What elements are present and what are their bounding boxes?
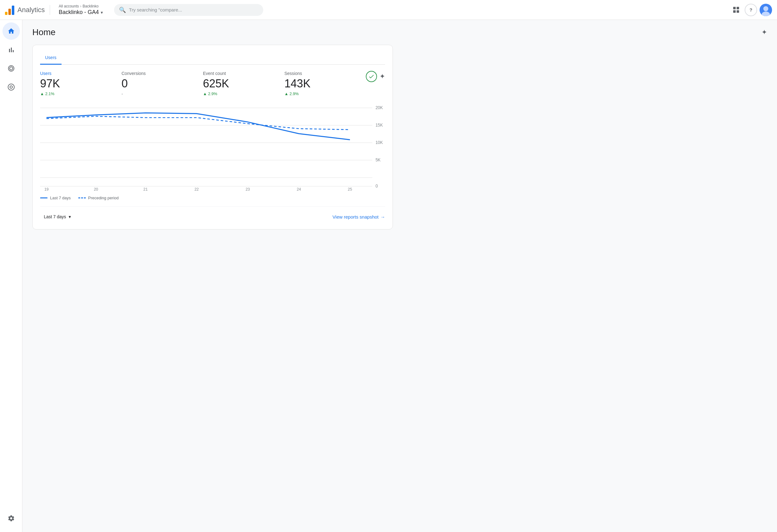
svg-text:15K: 15K [375, 123, 383, 127]
configure-icon [7, 83, 15, 91]
svg-text:22: 22 [195, 187, 199, 191]
bar-chart-icon [7, 46, 15, 54]
sidebar-item-advertising[interactable] [2, 60, 20, 77]
sidebar-item-settings[interactable] [2, 510, 20, 527]
logo-bar-2 [8, 9, 11, 15]
svg-text:21: 21 [143, 187, 148, 191]
user-avatar[interactable] [760, 4, 772, 16]
sidebar-item-reports[interactable] [2, 41, 20, 59]
chart-legend: Last 7 days Preceding period [40, 196, 385, 200]
view-reports-snapshot-link[interactable]: View reports snapshot → [333, 214, 385, 219]
main-content: Home ✦ Users Users 97K ▲ 2.1% Conversion… [22, 20, 777, 532]
breadcrumb[interactable]: All accounts › Backlinko [59, 4, 103, 8]
metric-value-event-count: 625K [203, 77, 269, 90]
chart-container: 20K 15K 10K 5K 0 19 Feb 20 21 22 23 [40, 104, 385, 191]
metric-label-users: Users [40, 71, 107, 76]
avatar-icon [760, 4, 772, 16]
svg-text:5K: 5K [375, 157, 380, 162]
apps-grid-icon [733, 7, 739, 13]
metrics-row: Users 97K ▲ 2.1% Conversions 0 - Event c… [40, 71, 385, 96]
view-reports-arrow-icon: → [380, 214, 385, 219]
date-range-chevron-icon: ▾ [69, 214, 71, 219]
metric-event-count: Event count 625K ▲ 2.9% [203, 71, 269, 96]
svg-point-1 [763, 6, 768, 11]
chevron-down-icon: ▾ [101, 10, 103, 15]
sidebar-item-configure[interactable] [2, 78, 20, 96]
logo-section: Analytics [5, 5, 50, 15]
svg-text:20: 20 [94, 187, 98, 191]
analytics-card: Users Users 97K ▲ 2.1% Conversions 0 - E… [32, 45, 393, 229]
breadcrumb-accounts[interactable]: All accounts [59, 4, 79, 8]
metric-value-users: 97K [40, 77, 107, 90]
page-header: Home ✦ [32, 27, 767, 37]
card-tabs: Users [40, 52, 385, 65]
card-footer: Last 7 days ▾ View reports snapshot → [40, 206, 385, 222]
help-button[interactable]: ? [745, 4, 757, 16]
apps-button[interactable] [730, 4, 742, 16]
metric-value-conversions: 0 [121, 77, 188, 90]
metric-conversions: Conversions 0 - [121, 71, 188, 96]
legend-solid-line [40, 197, 47, 198]
property-name: Backlinko - GA4 [59, 9, 99, 15]
solid-line [46, 113, 350, 140]
property-nav: All accounts › Backlinko Backlinko - GA4… [54, 4, 103, 15]
svg-text:24: 24 [297, 187, 301, 191]
search-area[interactable]: 🔍 Try searching "compare... [114, 4, 263, 16]
legend-dashed: Preceding period [78, 196, 119, 200]
svg-text:25: 25 [348, 187, 352, 191]
legend-solid: Last 7 days [40, 196, 71, 200]
metric-change-conversions: - [121, 91, 188, 96]
brand-title: Analytics [17, 6, 45, 14]
svg-text:19: 19 [44, 187, 49, 191]
metric-actions: ✦ [366, 71, 385, 82]
app-header: Analytics All accounts › Backlinko Backl… [0, 0, 777, 20]
legend-solid-label: Last 7 days [50, 196, 71, 200]
search-box[interactable]: 🔍 Try searching "compare... [114, 4, 263, 16]
date-range-label: Last 7 days [44, 214, 66, 219]
metric-label-sessions: Sessions [285, 71, 351, 76]
home-icon [7, 27, 15, 35]
analytics-logo [5, 5, 14, 15]
settings-icon [7, 515, 15, 522]
legend-dashed-line [78, 197, 86, 198]
view-reports-label: View reports snapshot [333, 214, 378, 219]
metric-change-event-count: ▲ 2.9% [203, 91, 269, 96]
search-placeholder: Try searching "compare... [129, 7, 182, 12]
property-selector[interactable]: Backlinko - GA4 ▾ [59, 9, 103, 15]
header-actions: ? [730, 4, 772, 16]
svg-text:23: 23 [245, 187, 250, 191]
main-layout: Home ✦ Users Users 97K ▲ 2.1% Conversion… [0, 20, 777, 532]
metric-label-conversions: Conversions [121, 71, 188, 76]
logo-bar-1 [5, 12, 7, 15]
date-range-button[interactable]: Last 7 days ▾ [40, 212, 75, 222]
svg-text:10K: 10K [375, 140, 383, 145]
check-icon [368, 73, 374, 80]
ai-insights-icon[interactable]: ✦ [762, 28, 767, 36]
metric-change-users: ▲ 2.1% [40, 91, 107, 96]
legend-dashed-label: Preceding period [88, 196, 119, 200]
advertising-icon [7, 65, 15, 72]
svg-text:20K: 20K [375, 105, 383, 110]
metric-label-event-count: Event count [203, 71, 269, 76]
breadcrumb-separator: › [80, 4, 82, 8]
sparkle-icon[interactable]: ✦ [379, 73, 385, 81]
sidebar-item-home[interactable] [2, 22, 20, 40]
sidebar [0, 20, 22, 532]
sidebar-bottom [2, 510, 20, 530]
dashed-line [46, 116, 350, 130]
search-icon: 🔍 [119, 7, 126, 13]
metric-change-sessions: ▲ 2.9% [285, 91, 351, 96]
check-circle-icon[interactable] [366, 71, 377, 82]
svg-text:0: 0 [375, 184, 378, 188]
metric-users: Users 97K ▲ 2.1% [40, 71, 107, 96]
logo-bar-3 [12, 6, 14, 15]
chart-svg: 20K 15K 10K 5K 0 19 Feb 20 21 22 23 [40, 104, 385, 191]
page-title: Home [32, 27, 56, 37]
breadcrumb-property[interactable]: Backlinko [83, 4, 99, 8]
metric-value-sessions: 143K [285, 77, 351, 90]
tab-users[interactable]: Users [40, 52, 62, 65]
metric-sessions: Sessions 143K ▲ 2.9% [285, 71, 351, 96]
